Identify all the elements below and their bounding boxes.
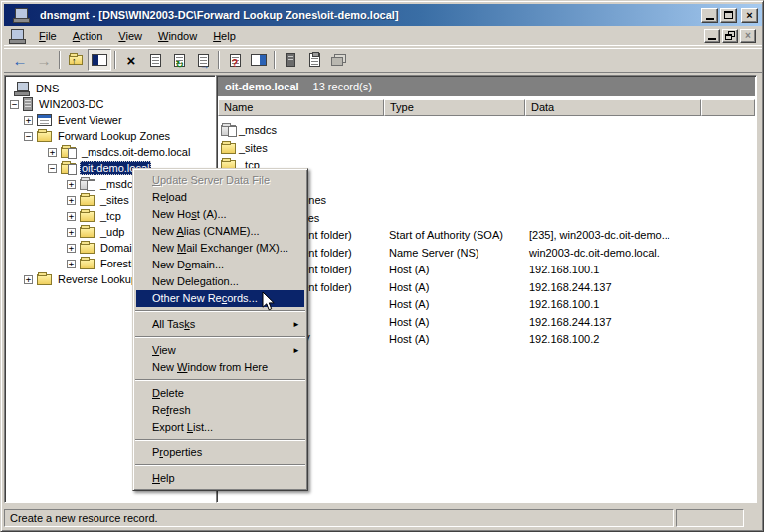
up-one-level-button[interactable]: ↑ [64, 49, 88, 71]
expand-expander-icon[interactable]: + [67, 180, 76, 189]
record-data: 192.168.100.1 [529, 298, 599, 310]
column-header-data[interactable]: Data [525, 99, 701, 116]
tree-item-sites[interactable]: + _sites [67, 192, 131, 208]
minimize-button[interactable] [701, 8, 718, 23]
checklist-button[interactable] [302, 49, 326, 71]
menu-item-new-window-from-here[interactable]: New Window from Here [133, 359, 307, 376]
menu-item-export-list[interactable]: Export List... [133, 419, 307, 436]
folder-icon [80, 243, 95, 254]
expand-expander-icon[interactable]: + [67, 196, 76, 205]
export-list-icon: → [198, 54, 209, 67]
expand-expander-icon[interactable]: + [24, 116, 33, 125]
tree-item-dns-root[interactable]: DNS [14, 81, 61, 96]
tree-item-tcp[interactable]: + _tcp [67, 208, 123, 224]
delete-button[interactable]: × [119, 49, 143, 71]
back-button[interactable]: ← [8, 49, 32, 71]
status-text: Create a new resource record. [10, 512, 158, 524]
menu-action[interactable]: Action [65, 28, 111, 44]
menu-view[interactable]: View [110, 28, 150, 44]
console-child-icon [9, 29, 25, 43]
record-data: win2003-dc.oit-demo.local. [529, 247, 660, 259]
refresh-icon: ↻ [174, 54, 185, 67]
menu-item-reload[interactable]: Reload [133, 189, 307, 206]
tree-item-win2003-dc[interactable]: − WIN2003-DC [10, 96, 105, 112]
title-bar[interactable]: dnsmgmt - [DNS\WIN2003-DC\Forward Lookup… [4, 4, 762, 26]
collapse-expander-icon[interactable]: − [24, 132, 33, 141]
folder-icon [80, 211, 95, 222]
table-row[interactable]: _sites [218, 140, 755, 156]
toolbar-separator [274, 51, 276, 69]
up-one-level-icon: ↑ [69, 55, 83, 65]
submenu-arrow-icon: ► [292, 342, 300, 359]
server-button[interactable] [279, 49, 302, 71]
tree-item-label: Event Viewer [56, 113, 124, 127]
menu-item-new-mail-exchanger[interactable]: New Mail Exchanger (MX)... [133, 240, 307, 257]
menu-item-new-host[interactable]: New Host (A)... [133, 206, 307, 223]
tree-item-msdcs-zone[interactable]: + _msdcs.oit-demo.local [48, 144, 192, 160]
table-row[interactable]: _msdcs [218, 122, 755, 138]
record-data: 192.168.244.137 [529, 316, 612, 328]
expand-expander-icon[interactable]: + [67, 212, 76, 221]
close-button[interactable]: × [741, 8, 758, 23]
menu-item-view[interactable]: View► [133, 342, 307, 359]
menu-separator [133, 461, 307, 470]
folders-icon [331, 57, 343, 66]
action-pane-button[interactable] [247, 49, 271, 71]
minimize-icon [706, 18, 714, 20]
expand-expander-icon[interactable]: + [67, 244, 76, 253]
menu-item-new-delegation[interactable]: New Delegation... [133, 273, 307, 290]
column-header-name[interactable]: Name [218, 99, 384, 116]
expand-expander-icon[interactable]: + [24, 275, 33, 284]
window-title: dnsmgmt - [DNS\WIN2003-DC\Forward Lookup… [40, 9, 399, 21]
menu-item-help[interactable]: Help [133, 470, 307, 487]
zone-name: oit-demo.local [225, 81, 299, 92]
menu-help[interactable]: Help [205, 28, 244, 44]
properties-button[interactable] [143, 49, 167, 71]
menu-item-refresh[interactable]: Refresh [133, 402, 307, 419]
mdi-restore-button[interactable] [722, 29, 738, 43]
record-data: 192.168.100.1 [529, 264, 599, 275]
menu-item-update-server-data-file: Update Server Data File [133, 172, 307, 189]
expand-expander-icon[interactable]: + [67, 260, 76, 268]
dns-management-window: dnsmgmt - [DNS\WIN2003-DC\Forward Lookup… [0, 0, 764, 532]
collapse-expander-icon[interactable]: − [48, 164, 57, 173]
status-text-panel: Create a new resource record. [4, 509, 674, 527]
refresh-button[interactable]: ↻ [167, 49, 191, 71]
record-data: [235], win2003-dc.oit-demo... [529, 229, 670, 241]
menu-item-properties[interactable]: Properties [133, 444, 307, 461]
column-header-type[interactable]: Type [384, 99, 525, 116]
tree-item-msdcs[interactable]: + _msdcs [67, 176, 140, 192]
status-secondary-panel [676, 509, 744, 527]
delegated-zone-folder-icon [80, 179, 95, 190]
menu-item-delete[interactable]: Delete [133, 385, 307, 402]
zone-folder-icon [61, 163, 76, 174]
menu-item-all-tasks[interactable]: All Tasks► [133, 316, 307, 333]
restore-icon [725, 34, 732, 40]
folders-button[interactable] [326, 49, 350, 71]
zone-folder-icon [61, 147, 76, 158]
help-button[interactable]: ? [223, 49, 247, 71]
export-list-button[interactable]: → [191, 49, 215, 71]
tree-item-event-viewer[interactable]: + Event Viewer [24, 112, 124, 128]
show-hide-console-tree-button[interactable] [88, 49, 111, 71]
back-icon: ← [13, 53, 28, 68]
mdi-minimize-button[interactable] [704, 29, 720, 43]
expand-expander-icon[interactable]: + [48, 148, 57, 157]
record-name: _msdcs [239, 124, 277, 136]
menu-bar: File Action View Window Help × [4, 26, 762, 46]
menu-item-other-new-records[interactable]: Other New Records... [136, 290, 304, 307]
tree-item-label: Forward Lookup Zones [56, 129, 172, 143]
expand-expander-icon[interactable]: + [67, 228, 76, 237]
collapse-expander-icon[interactable]: − [10, 100, 19, 109]
tree-item-label: DNS [34, 82, 61, 95]
menu-item-new-alias[interactable]: New Alias (CNAME)... [133, 223, 307, 240]
menu-window[interactable]: Window [150, 28, 205, 44]
menu-file[interactable]: File [31, 28, 65, 44]
menu-separator [133, 333, 307, 342]
minimize-icon [708, 38, 716, 40]
maximize-button[interactable] [720, 8, 737, 23]
menu-item-new-domain[interactable]: New Domain... [133, 257, 307, 273]
tree-item-forward-lookup-zones[interactable]: − Forward Lookup Zones [24, 128, 172, 144]
tree-item-udp[interactable]: + _udp [67, 224, 126, 240]
checklist-icon [309, 53, 320, 67]
